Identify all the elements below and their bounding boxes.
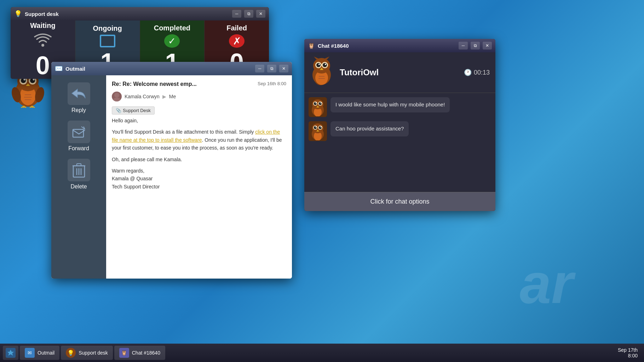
svg-marker-79 [7,350,14,356]
desktop-watermark: ar [520,251,573,316]
taskbar-support-label: Support desk [79,350,108,356]
email-from: Kamala Corwyn ▶ Me [112,92,286,101]
forward-button[interactable]: Forward [68,121,90,152]
outmail-titlebar: ✉️ Outmail ─ ⧉ ✕ [51,62,292,75]
chat-title: Chat #18640 [318,43,456,49]
chat-minimize-btn[interactable]: ─ [459,42,468,49]
support-desk-titlebar: 💡 Support desk ─ ⧉ ✕ [11,7,269,21]
outmail-close-btn[interactable]: ✕ [279,65,288,72]
attachment-tag[interactable]: 📎 Support Desk [112,106,155,115]
svg-point-76 [316,127,317,128]
chat-timer: 🕐 00:13 [464,69,490,76]
recipient: Me [169,94,176,99]
chat-close-btn[interactable]: ✕ [483,42,492,49]
email-greeting: Hello again, [112,117,286,124]
support-close-btn[interactable]: ✕ [256,10,265,18]
outmail-window: ✉️ Outmail ─ ⧉ ✕ Reply [51,62,292,279]
svg-point-53 [323,63,327,67]
stat-waiting-label: Waiting [30,22,55,30]
chat-titlebar: 🦉 Chat #18640 ─ ⧉ ✕ [304,39,495,52]
chat-message-1: I woold like some hulp with my mobile ph… [309,97,491,117]
reply-icon [68,82,90,105]
svg-point-67 [321,103,322,104]
svg-point-9 [24,79,25,81]
email-link[interactable]: click on the file name at the top to ins… [112,129,280,142]
chat-owl-avatars [310,57,335,88]
arrow-icon: ▶ [162,94,166,99]
stat-completed-label: Completed [154,24,190,32]
chat-options-button[interactable]: Click for chat options [304,192,495,211]
svg-point-66 [316,103,317,104]
stat-waiting-value: 0 [36,53,50,78]
clock-time: 8:00 [618,353,638,358]
outmail-minimize-btn[interactable]: ─ [255,65,264,72]
svg-point-52 [316,63,321,67]
email-paragraph2: Oh, and please call me Kamala. [112,156,286,163]
msg1-avatar [309,97,327,117]
outmail-restore-btn[interactable]: ⧉ [267,65,276,72]
svg-point-55 [325,64,326,65]
svg-point-77 [321,127,322,128]
email-signature: Warm regards,Kamala @ QuasarTech Support… [112,167,286,191]
taskbar-chat[interactable]: 🦉 Chat #18640 [114,346,165,360]
clock-date: Sep 17th [618,347,638,353]
chat-message-2: Can hoo provide assistance? [309,121,491,141]
svg-point-34 [113,98,121,101]
attachment-name: Support Desk [123,108,151,113]
svg-point-8 [30,78,35,83]
svg-point-33 [114,93,119,98]
delete-label: Delete [70,183,87,190]
forward-icon [68,121,90,143]
msg2-text: Can hoo provide assistance? [335,125,404,132]
taskbar-support-icon: 💡 [66,348,76,358]
chat-owl-front [310,57,333,86]
support-desk-title: Support desk [25,11,229,17]
svg-point-23 [41,44,44,47]
wifi-icon [34,32,52,51]
msg2-bubble: Can hoo provide assistance? [330,121,409,136]
taskbar: ✉ Outmail 💡 Support desk 🦉 Chat #18640 S… [0,344,644,362]
sender-avatar [112,92,122,101]
stat-ongoing-label: Ongoing [93,24,122,33]
email-paragraph1: You'll find Support Desk as a file attac… [112,128,286,152]
taskbar-outmail-icon: ✉ [25,348,35,358]
reply-label: Reply [71,107,86,113]
msg2-avatar [309,121,327,141]
delete-icon [68,159,90,181]
delete-button[interactable]: Delete [68,159,90,190]
email-date: Sep 16th 8:00 [258,81,286,86]
chat-window: 🦉 Chat #18640 ─ ⧉ ✕ [304,39,495,211]
outmail-sidebar: Reply Forward [51,75,106,279]
chat-restore-btn[interactable]: ⧉ [471,42,480,49]
taskbar-outmail-label: Outmail [38,350,54,356]
chat-username: TutoriOwl [340,68,460,77]
completed-icon: ✓ [164,34,180,48]
ongoing-icon [100,35,115,47]
timer-value: 00:13 [474,69,490,76]
chat-options-label: Click for chat options [370,198,429,205]
msg1-bubble: I woold like some hulp with my mobile ph… [330,97,450,112]
svg-point-10 [33,79,35,81]
failed-icon: ✗ [229,34,245,48]
support-restore-btn[interactable]: ⧉ [244,10,253,18]
chat-header: TutoriOwl 🕐 00:13 [304,52,495,93]
sender-name: Kamala Corwyn [125,94,160,99]
taskbar-clock: Sep 17th 8:00 [618,347,641,358]
outmail-title: Outmail [65,66,252,72]
paperclip-icon: 📎 [116,108,121,113]
taskbar-chat-label: Chat #18640 [132,350,160,356]
taskbar-support[interactable]: 💡 Support desk [61,346,113,360]
stat-failed-label: Failed [226,24,247,32]
email-body: Hello again, You'll find Support Desk as… [112,117,286,191]
system-button[interactable] [3,346,18,360]
support-minimize-btn[interactable]: ─ [232,10,241,18]
system-icon [6,348,16,358]
outmail-body: Reply Forward [51,75,292,279]
reply-button[interactable]: Reply [68,82,90,113]
taskbar-chat-icon: 🦉 [119,348,129,358]
taskbar-outmail[interactable]: ✉ Outmail [20,346,59,360]
svg-rect-29 [77,164,81,166]
forward-label: Forward [68,145,89,152]
clock-icon: 🕐 [464,69,472,76]
chat-messages: I woold like some hulp with my mobile ph… [304,93,495,192]
